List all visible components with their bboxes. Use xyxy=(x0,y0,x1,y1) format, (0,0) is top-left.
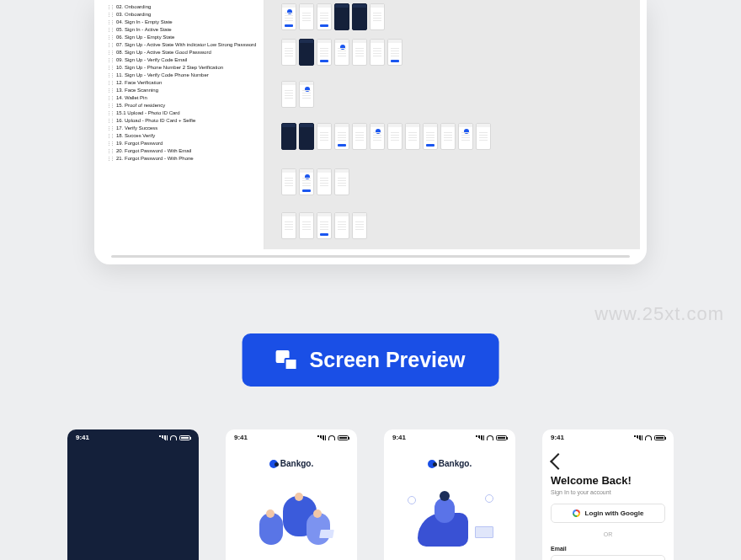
artboard-thumb[interactable] xyxy=(370,3,385,30)
signal-icon xyxy=(476,435,484,440)
artboard-thumb[interactable] xyxy=(458,123,473,150)
artboard-thumb[interactable] xyxy=(317,123,332,150)
drag-handle-icon[interactable] xyxy=(108,141,113,146)
artboard-thumb[interactable] xyxy=(281,212,296,239)
design-canvas[interactable] xyxy=(264,0,640,249)
artboard-thumb[interactable] xyxy=(317,212,332,239)
artboard-thumb[interactable] xyxy=(299,123,314,150)
layer-label: 16. Upload - Photo ID Card + Selfie xyxy=(116,118,195,123)
email-field[interactable]: Email address xyxy=(551,555,665,560)
drag-handle-icon[interactable] xyxy=(108,19,113,24)
drag-handle-icon[interactable] xyxy=(108,125,113,131)
artboard-thumb[interactable] xyxy=(334,168,349,195)
screen-preview-button[interactable]: Screen Preview xyxy=(243,333,499,387)
layer-row[interactable]: 21. Forgot Password - With Phone xyxy=(101,154,264,162)
artboard-thumb[interactable] xyxy=(352,212,367,239)
artboard-thumb[interactable] xyxy=(387,123,402,150)
drag-handle-icon[interactable] xyxy=(108,57,113,62)
artboard-thumb[interactable] xyxy=(299,39,314,66)
drag-handle-icon[interactable] xyxy=(108,42,113,47)
layer-row[interactable]: 08. Sign Up - Active State Good Password xyxy=(101,48,264,56)
drag-handle-icon[interactable] xyxy=(108,148,113,153)
artboard-thumb[interactable] xyxy=(387,39,402,66)
copy-icon xyxy=(276,350,298,371)
artboard-thumb[interactable] xyxy=(352,39,367,66)
drag-handle-icon[interactable] xyxy=(108,133,113,138)
layer-row[interactable]: 05. Sign In - Active State xyxy=(101,25,264,33)
layers-panel[interactable]: 02. Onboarding03. Onboarding04. Sign In … xyxy=(101,0,264,249)
drag-handle-icon[interactable] xyxy=(108,88,113,93)
artboard-thumb[interactable] xyxy=(281,168,296,195)
artboard-thumb[interactable] xyxy=(281,81,296,108)
layer-label: 06. Sign Up - Empty State xyxy=(116,35,174,40)
status-bar: 9:41 xyxy=(67,429,199,444)
artboard-thumb[interactable] xyxy=(476,123,491,150)
layer-row[interactable]: 18. Succes Verify xyxy=(101,131,264,139)
layer-row[interactable]: 15. Proof of residency xyxy=(101,101,264,109)
layer-row[interactable]: 16. Upload - Photo ID Card + Selfie xyxy=(101,116,264,124)
artboard-thumb[interactable] xyxy=(440,123,456,150)
logo-icon xyxy=(428,460,436,468)
drag-handle-icon[interactable] xyxy=(108,80,113,85)
back-arrow-icon[interactable] xyxy=(550,453,567,470)
artboard-thumb[interactable] xyxy=(299,212,314,239)
layer-row[interactable]: 12. Face Verification xyxy=(101,78,264,86)
artboard-thumb[interactable] xyxy=(281,39,296,66)
artboard-thumb[interactable] xyxy=(352,3,367,30)
drag-handle-icon[interactable] xyxy=(108,156,113,161)
drag-handle-icon[interactable] xyxy=(108,35,113,40)
layer-row[interactable]: 14. Wallet Pin xyxy=(101,93,264,101)
artboard-thumb[interactable] xyxy=(281,123,296,150)
login-google-button[interactable]: Login with Google xyxy=(551,504,665,523)
drag-handle-icon[interactable] xyxy=(108,65,113,70)
wifi-icon xyxy=(328,435,335,440)
artboard-thumb[interactable] xyxy=(334,39,349,66)
drag-handle-icon[interactable] xyxy=(108,110,113,115)
drag-handle-icon[interactable] xyxy=(108,118,113,123)
drag-handle-icon[interactable] xyxy=(108,72,113,77)
artboard-thumb[interactable] xyxy=(299,3,314,30)
artboard-thumb[interactable] xyxy=(370,123,385,150)
layer-row[interactable]: 15.1 Upload - Photo ID Card xyxy=(101,109,264,116)
status-bar: 9:41 xyxy=(384,429,515,444)
drag-handle-icon[interactable] xyxy=(108,12,113,17)
layer-row[interactable]: 19. Forgot Password xyxy=(101,139,264,147)
drag-handle-icon[interactable] xyxy=(108,4,113,9)
artboard-thumb[interactable] xyxy=(317,3,332,30)
layer-row[interactable]: 11. Sign Up - Verify Code Phone Number xyxy=(101,71,264,78)
artboard-thumb[interactable] xyxy=(405,123,420,150)
layer-row[interactable]: 09. Sign Up - Verify Code Email xyxy=(101,56,264,63)
layer-row[interactable]: 07. Sign Up - Active State With indicato… xyxy=(101,40,264,48)
artboard-thumb[interactable] xyxy=(299,81,314,108)
layer-row[interactable]: 02. Onboarding xyxy=(101,3,264,10)
drag-handle-icon[interactable] xyxy=(108,103,113,108)
layer-row[interactable]: 10. Sign Up - Phone Number 2 Step Verifi… xyxy=(101,63,264,71)
artboard-thumb[interactable] xyxy=(352,123,367,150)
artboard-thumb[interactable] xyxy=(299,168,314,195)
status-time: 9:41 xyxy=(76,434,89,441)
layer-row[interactable]: 03. Onboarding xyxy=(101,10,264,18)
artboard-thumb[interactable] xyxy=(317,168,332,195)
layer-row[interactable]: 06. Sign Up - Empty State xyxy=(101,33,264,40)
layer-label: 04. Sign In - Empty State xyxy=(116,19,173,24)
status-icons xyxy=(476,435,507,440)
layer-row[interactable]: 20. Forgot Password - With Email xyxy=(101,147,264,154)
horizontal-scrollbar[interactable] xyxy=(111,255,630,258)
layer-row[interactable]: 17. Verify Success xyxy=(101,124,264,131)
layer-label: 20. Forgot Password - With Email xyxy=(116,148,191,153)
layer-row[interactable]: 04. Sign In - Empty State xyxy=(101,18,264,25)
artboard-thumb[interactable] xyxy=(423,123,438,150)
artboard-thumb[interactable] xyxy=(334,123,349,150)
layer-label: 09. Sign Up - Verify Code Email xyxy=(116,57,187,62)
drag-handle-icon[interactable] xyxy=(108,95,113,100)
artboard-thumb[interactable] xyxy=(334,3,349,30)
layer-row[interactable]: 13. Face Scanning xyxy=(101,86,264,93)
layer-label: 21. Forgot Password - With Phone xyxy=(116,156,194,161)
artboard-thumb[interactable] xyxy=(281,3,296,30)
drag-handle-icon[interactable] xyxy=(108,27,113,32)
artboard-thumb[interactable] xyxy=(370,39,385,66)
signal-icon xyxy=(317,435,326,440)
artboard-thumb[interactable] xyxy=(317,39,332,66)
drag-handle-icon[interactable] xyxy=(108,50,113,55)
artboard-thumb[interactable] xyxy=(334,212,349,239)
